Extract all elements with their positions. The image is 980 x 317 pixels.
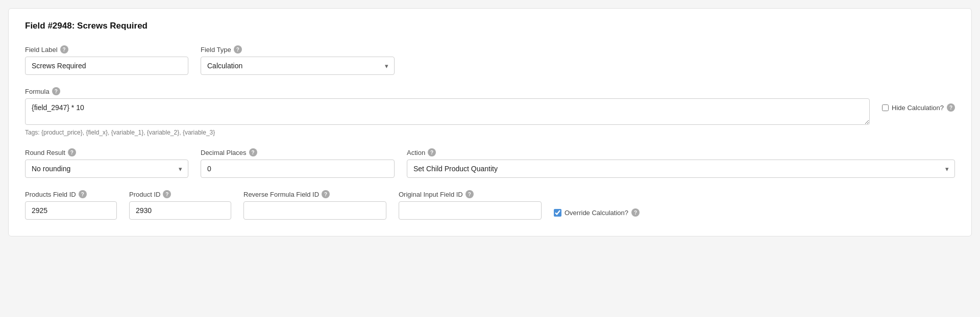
field-type-group: Field Type ? Calculation Text Number Dat…: [201, 45, 395, 75]
reverse-formula-field-id-group: Reverse Formula Field ID ?: [243, 190, 386, 220]
action-help-icon[interactable]: ?: [428, 148, 436, 156]
field-type-label: Field Type ?: [201, 45, 395, 54]
original-input-field-id-group: Original Input Field ID ?: [399, 190, 542, 220]
formula-help-icon[interactable]: ?: [52, 87, 60, 95]
round-result-help-icon[interactable]: ?: [68, 148, 76, 156]
decimal-places-label: Decimal Places ?: [201, 148, 395, 156]
round-result-group: Round Result ? No rounding Round up Roun…: [25, 148, 188, 178]
hide-calculation-checkbox[interactable]: [882, 104, 889, 111]
formula-tags: Tags: {product_price}, {field_x}, {varia…: [25, 129, 870, 136]
round-result-label: Round Result ?: [25, 148, 188, 156]
formula-input[interactable]: {field_2947} * 10: [25, 98, 870, 125]
hide-calculation-label: Hide Calculation? ?: [882, 103, 955, 112]
field-type-select-wrapper: Calculation Text Number Date ▾: [201, 57, 395, 75]
row-round-action: Round Result ? No rounding Round up Roun…: [25, 148, 955, 178]
row-bottom-fields: Products Field ID ? Product ID ? Reverse…: [25, 190, 955, 220]
field-type-select[interactable]: Calculation Text Number Date: [201, 57, 395, 75]
row-field-info: Field Label ? Field Type ? Calculation T…: [25, 45, 955, 75]
override-spacer: [554, 190, 955, 201]
reverse-formula-field-id-label: Reverse Formula Field ID ?: [243, 190, 386, 198]
products-field-id-group: Products Field ID ?: [25, 190, 117, 220]
decimal-places-input[interactable]: [201, 160, 395, 178]
field-label-input[interactable]: [25, 57, 188, 75]
original-input-field-id-label: Original Input Field ID ?: [399, 190, 542, 198]
reverse-formula-help-icon[interactable]: ?: [322, 190, 330, 198]
override-calculation-help-icon[interactable]: ?: [631, 208, 640, 217]
original-input-field-id-input[interactable]: [399, 201, 542, 220]
reverse-formula-field-id-input[interactable]: [243, 201, 386, 220]
round-result-select[interactable]: No rounding Round up Round down Round to…: [25, 160, 188, 178]
field-label-help-icon[interactable]: ?: [60, 45, 68, 54]
action-label: Action ?: [407, 148, 955, 156]
round-result-select-wrapper: No rounding Round up Round down Round to…: [25, 160, 188, 178]
override-calculation-checkbox[interactable]: [554, 209, 561, 217]
product-id-group: Product ID ?: [129, 190, 231, 220]
override-calculation-group: Override Calculation? ?: [554, 190, 955, 217]
decimal-places-group: Decimal Places ?: [201, 148, 395, 178]
hide-calculation-group: Hide Calculation? ?: [882, 87, 955, 112]
products-field-id-help-icon[interactable]: ?: [79, 190, 87, 198]
original-input-help-icon[interactable]: ?: [465, 190, 474, 198]
override-calculation-label: Override Calculation? ?: [554, 204, 955, 217]
action-group: Action ? Set Child Product Quantity None…: [407, 148, 955, 178]
field-type-help-icon[interactable]: ?: [234, 45, 242, 54]
formula-label: Formula ?: [25, 87, 870, 95]
product-id-label: Product ID ?: [129, 190, 231, 198]
field-label-label: Field Label ?: [25, 45, 188, 54]
product-id-input[interactable]: [129, 201, 231, 220]
product-id-help-icon[interactable]: ?: [163, 190, 171, 198]
decimal-places-help-icon[interactable]: ?: [249, 148, 257, 156]
products-field-id-label: Products Field ID ?: [25, 190, 117, 198]
page-title: Field #2948: Screws Required: [25, 21, 955, 31]
hide-calculation-help-icon[interactable]: ?: [947, 103, 955, 112]
field-editor-card: Field #2948: Screws Required Field Label…: [8, 8, 972, 236]
formula-section: Formula ? {field_2947} * 10 Tags: {produ…: [25, 87, 955, 136]
action-select[interactable]: Set Child Product Quantity None Override…: [407, 160, 955, 178]
products-field-id-input[interactable]: [25, 201, 117, 220]
action-select-wrapper: Set Child Product Quantity None Override…: [407, 160, 955, 178]
formula-group: Formula ? {field_2947} * 10 Tags: {produ…: [25, 87, 870, 136]
field-label-group: Field Label ?: [25, 45, 188, 75]
formula-left: Formula ? {field_2947} * 10 Tags: {produ…: [25, 87, 870, 136]
